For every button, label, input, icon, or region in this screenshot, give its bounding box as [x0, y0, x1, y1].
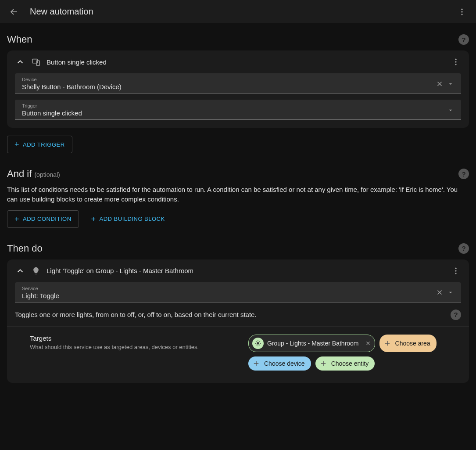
svg-point-10: [455, 273, 456, 274]
add-trigger-label: ADD TRIGGER: [23, 141, 65, 148]
chevron-up-icon[interactable]: [15, 266, 25, 276]
target-chips: Group - Lights - Master Bathroom Choose …: [248, 335, 454, 371]
trigger-value: Button single clicked: [22, 109, 445, 117]
device-label: Device: [22, 77, 434, 82]
add-condition-button[interactable]: + ADD CONDITION: [7, 210, 79, 228]
chevron-up-icon[interactable]: [15, 57, 25, 67]
card-menu-button[interactable]: [451, 57, 461, 67]
plus-icon: [252, 359, 261, 368]
svg-point-2: [461, 14, 462, 15]
app-header: New automation: [0, 0, 476, 23]
service-combobox[interactable]: Service Light: Toggle: [15, 282, 461, 302]
add-building-block-button[interactable]: + ADD BUILDING BLOCK: [84, 210, 172, 228]
clear-icon[interactable]: [434, 288, 445, 296]
header-menu-button[interactable]: [453, 3, 471, 21]
help-icon[interactable]: ?: [451, 310, 461, 320]
section-header-when: When ?: [7, 34, 469, 45]
service-value: Light: Toggle: [22, 292, 434, 299]
help-icon[interactable]: ?: [458, 34, 469, 45]
add-condition-label: ADD CONDITION: [23, 216, 72, 222]
targets-title: Targets: [30, 335, 240, 342]
svg-point-9: [455, 270, 456, 271]
chip-label: Choose entity: [331, 360, 369, 367]
trigger-card: Button single clicked Device Shelly Butt…: [7, 50, 469, 128]
selected-entity-chip[interactable]: Group - Lights - Master Bathroom: [248, 335, 375, 352]
dropdown-icon[interactable]: [445, 107, 456, 114]
service-label: Service: [22, 286, 434, 291]
add-trigger-button[interactable]: + ADD TRIGGER: [7, 136, 72, 153]
section-title-when: When: [7, 34, 458, 45]
chip-remove-icon[interactable]: [365, 340, 371, 346]
action-card: Light 'Toggle' on Group - Lights - Maste…: [7, 259, 469, 383]
svg-point-1: [461, 11, 462, 12]
trigger-combobox[interactable]: Trigger Button single clicked: [15, 100, 461, 120]
section-title-andif: And if (optional): [7, 168, 458, 180]
svg-point-0: [461, 8, 462, 10]
svg-rect-3: [32, 59, 38, 63]
entity-icon: [252, 338, 264, 349]
help-icon[interactable]: ?: [458, 243, 469, 254]
add-building-block-label: ADD BUILDING BLOCK: [100, 216, 165, 222]
page-title: New automation: [30, 7, 453, 17]
condition-description: This list of conditions needs to be sati…: [7, 185, 469, 204]
section-header-andif: And if (optional) ?: [7, 168, 469, 180]
svg-point-7: [455, 64, 456, 65]
svg-point-8: [455, 267, 456, 269]
dropdown-icon[interactable]: [445, 289, 456, 296]
plus-icon: +: [14, 140, 19, 148]
plus-icon: [319, 359, 328, 368]
choose-area-chip[interactable]: Choose area: [379, 335, 437, 352]
device-value: Shelly Button - Bathroom (Device): [22, 83, 434, 90]
device-combobox[interactable]: Device Shelly Button - Bathroom (Device): [15, 73, 461, 94]
plus-icon: [383, 339, 392, 348]
plus-icon: +: [91, 215, 96, 223]
section-title-thendo: Then do: [7, 243, 458, 254]
trigger-label: Trigger: [22, 103, 445, 108]
svg-point-5: [455, 59, 456, 60]
back-button[interactable]: [5, 3, 23, 21]
choose-entity-chip[interactable]: Choose entity: [315, 356, 375, 371]
chip-label: Choose device: [264, 360, 305, 367]
action-card-title: Light 'Toggle' on Group - Lights - Maste…: [47, 267, 445, 274]
lightbulb-icon: [31, 266, 41, 276]
trigger-card-title: Button single clicked: [47, 58, 445, 66]
choose-device-chip[interactable]: Choose device: [248, 356, 311, 371]
section-header-thendo: Then do ?: [7, 243, 469, 254]
service-description: Toggles one or more lights, from on to o…: [15, 311, 451, 318]
plus-icon: +: [14, 215, 19, 223]
dropdown-icon[interactable]: [445, 80, 456, 87]
card-menu-button[interactable]: [451, 266, 461, 276]
help-icon[interactable]: ?: [458, 169, 469, 179]
device-icon: [31, 57, 41, 67]
chip-label: Group - Lights - Master Bathroom: [267, 340, 359, 347]
targets-subtitle: What should this service use as targeted…: [30, 344, 240, 350]
svg-point-11: [257, 342, 259, 344]
svg-point-6: [455, 61, 456, 62]
chip-label: Choose area: [395, 340, 430, 347]
clear-icon[interactable]: [434, 80, 445, 88]
